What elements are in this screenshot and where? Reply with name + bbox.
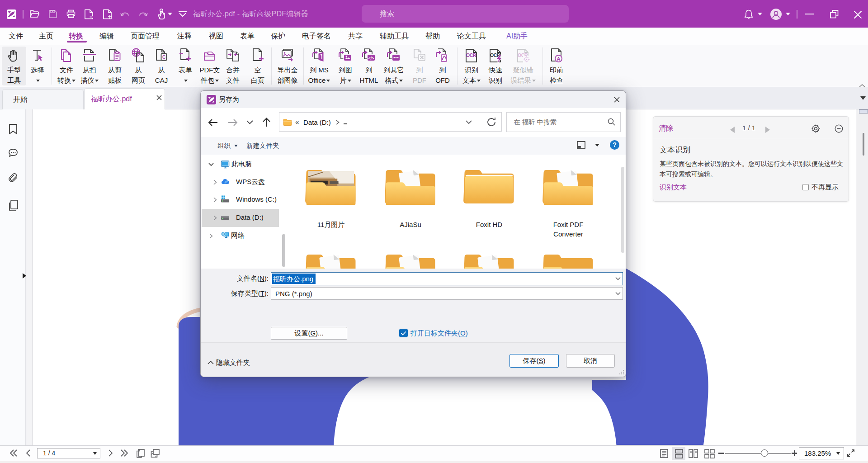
svg-text:</>: </>	[368, 56, 374, 61]
svg-text:C: C	[162, 55, 165, 60]
svg-text:A: A	[557, 56, 561, 61]
svg-text:OCR: OCR	[466, 52, 476, 58]
